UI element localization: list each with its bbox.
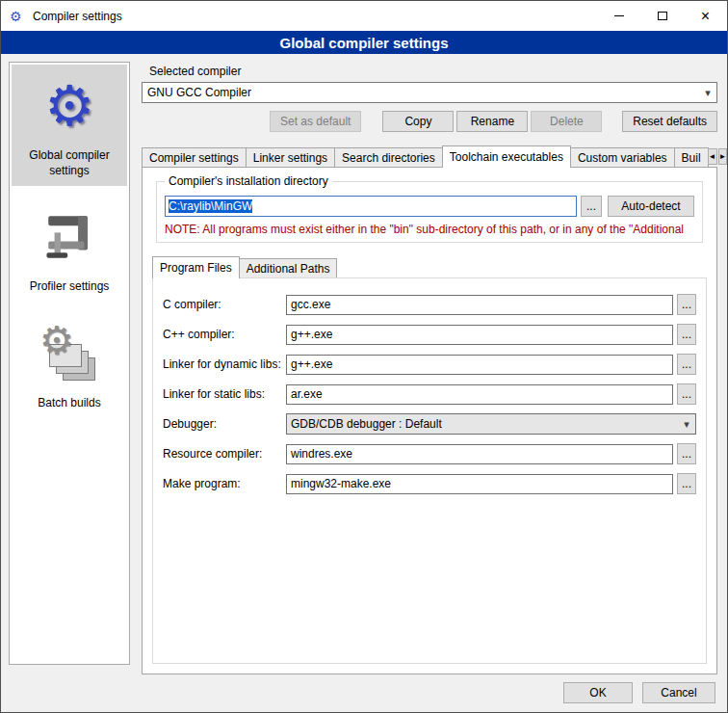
tab-compiler-settings[interactable]: Compiler settings	[142, 147, 247, 167]
maximize-icon	[658, 12, 667, 20]
tab-program-files[interactable]: Program Files	[152, 256, 240, 278]
resource-compiler-input[interactable]: windres.exe	[286, 444, 673, 464]
minimize-icon	[614, 15, 624, 16]
tab-scroll-right-button[interactable]: ►	[718, 148, 728, 165]
field-label: Linker for dynamic libs:	[163, 357, 286, 371]
field-row-c-compiler: C compiler:gcc.exe...	[163, 294, 696, 315]
rename-button[interactable]: Rename	[456, 111, 528, 132]
browse-button[interactable]: ...	[677, 324, 696, 345]
titlebar: ⚙ Compiler settings ×	[1, 1, 727, 31]
debugger-select[interactable]: GDB/CDB debugger : Default▾	[286, 413, 696, 435]
field-label: Linker for static libs:	[163, 387, 286, 401]
reset-defaults-button[interactable]: Reset defaults	[622, 111, 717, 132]
inner-tab-strip: Program FilesAdditional Paths	[152, 256, 709, 277]
sidebar-item-label: Batch builds	[13, 396, 125, 411]
linker-for-static-libs-input[interactable]: ar.exe	[286, 384, 673, 405]
field-label: Resource compiler:	[163, 447, 286, 461]
sidebar-item-global-compiler-settings[interactable]: ⚙Global compiler settings	[12, 65, 127, 186]
tab-bar: Compiler settingsLinker settingsSearch d…	[142, 145, 717, 167]
browse-button[interactable]: ...	[677, 383, 696, 405]
install-dir-input[interactable]: C:\raylib\MinGW	[165, 196, 577, 217]
c-compiler-input[interactable]: g++.exe	[286, 325, 673, 345]
field-label: Debugger:	[163, 417, 286, 431]
field-label: C compiler:	[163, 298, 286, 311]
make-program-input[interactable]: mingw32-make.exe	[286, 474, 673, 494]
chevron-down-icon: ▾	[699, 87, 716, 99]
program-files-pane: C compiler:gcc.exe...C++ compiler:g++.ex…	[152, 277, 707, 664]
cancel-button[interactable]: Cancel	[642, 682, 715, 703]
tab-search-directories[interactable]: Search directories	[334, 147, 443, 167]
profiler-tool-icon	[13, 203, 125, 271]
blue-gear-icon: ⚙	[13, 72, 125, 140]
tab-custom-variables[interactable]: Custom variables	[570, 147, 675, 167]
browse-button[interactable]: ...	[677, 473, 696, 494]
chevron-down-icon: ▾	[678, 418, 695, 431]
auto-detect-button[interactable]: Auto-detect	[608, 196, 694, 217]
browse-button[interactable]: ...	[677, 443, 696, 464]
batch-builds-icon: ⚙	[13, 320, 125, 387]
minimize-button[interactable]	[597, 1, 640, 31]
select-value: GDB/CDB debugger : Default	[291, 417, 442, 431]
delete-button: Delete	[531, 111, 602, 132]
install-dir-row: C:\raylib\MinGW ... Auto-detect	[165, 196, 694, 217]
field-row-linker-for-static-libs: Linker for static libs:ar.exe...	[163, 383, 696, 405]
window-title: Compiler settings	[33, 9, 122, 23]
sidebar: ⚙Global compiler settingsProfiler settin…	[9, 62, 130, 665]
install-dir-selected-text: C:\raylib\MinGW	[169, 199, 252, 213]
install-dir-note: NOTE: All programs must exist either in …	[165, 223, 694, 236]
field-label: Make program:	[163, 477, 286, 490]
install-dir-group-title: Compiler's installation directory	[165, 174, 332, 188]
browse-button[interactable]: ...	[677, 294, 696, 315]
arrow-right-icon: ►	[719, 152, 727, 161]
compiler-settings-window: ⚙ Compiler settings × Global compiler se…	[0, 0, 728, 713]
copy-button[interactable]: Copy	[382, 111, 454, 132]
field-row-make-program: Make program:mingw32-make.exe...	[163, 473, 696, 494]
browse-button[interactable]: ...	[677, 354, 696, 375]
selected-compiler-label: Selected compiler	[149, 65, 717, 78]
sidebar-item-label: Global compiler settings	[13, 148, 125, 178]
close-icon: ×	[701, 9, 710, 24]
tab-linker-settings[interactable]: Linker settings	[246, 147, 335, 167]
compiler-actions: Set as defaultCopyRenameDeleteReset defa…	[142, 111, 717, 132]
field-row-c-compiler: C++ compiler:g++.exe...	[163, 324, 696, 345]
close-button[interactable]: ×	[684, 1, 727, 31]
field-label: C++ compiler:	[163, 328, 286, 341]
arrow-left-icon: ◄	[709, 152, 716, 161]
selected-compiler-value: GNU GCC Compiler	[147, 86, 251, 99]
toolchain-fields: C compiler:gcc.exe...C++ compiler:g++.ex…	[163, 294, 696, 494]
dialog-footer: OK Cancel	[563, 682, 715, 703]
set-as-default-button: Set as default	[270, 111, 361, 132]
tab-strip: Compiler settingsLinker settingsSearch d…	[142, 145, 708, 167]
dialog-content: ⚙Global compiler settingsProfiler settin…	[1, 54, 727, 712]
tab-scroll-left-button[interactable]: ◄	[708, 148, 717, 165]
install-dir-groupbox: Compiler's installation directory C:\ray…	[156, 181, 703, 243]
linker-for-dynamic-libs-input[interactable]: g++.exe	[286, 355, 673, 375]
field-row-resource-compiler: Resource compiler:windres.exe...	[163, 443, 696, 464]
field-row-debugger: Debugger:GDB/CDB debugger : Default▾	[163, 413, 696, 435]
sidebar-item-profiler-settings[interactable]: Profiler settings	[12, 196, 127, 303]
ok-button[interactable]: OK	[563, 682, 633, 703]
sidebar-item-label: Profiler settings	[13, 279, 125, 295]
main-panel: Selected compiler GNU GCC Compiler ▾ Set…	[142, 62, 717, 712]
toolchain-executables-panel: Compiler's installation directory C:\ray…	[142, 167, 717, 674]
tab-buil[interactable]: Buil	[674, 147, 709, 167]
browse-install-dir-button[interactable]: ...	[581, 196, 602, 217]
selected-compiler-combo[interactable]: GNU GCC Compiler ▾	[142, 82, 717, 103]
field-row-linker-for-dynamic-libs: Linker for dynamic libs:g++.exe...	[163, 354, 696, 375]
app-icon: ⚙	[10, 10, 27, 23]
tab-toolchain-executables[interactable]: Toolchain executables	[442, 145, 571, 168]
sidebar-item-batch-builds[interactable]: ⚙Batch builds	[12, 312, 127, 419]
c-compiler-input[interactable]: gcc.exe	[286, 295, 673, 315]
tab-additional-paths[interactable]: Additional Paths	[239, 258, 338, 277]
maximize-button[interactable]	[640, 1, 684, 31]
page-title: Global compiler settings	[1, 31, 727, 54]
